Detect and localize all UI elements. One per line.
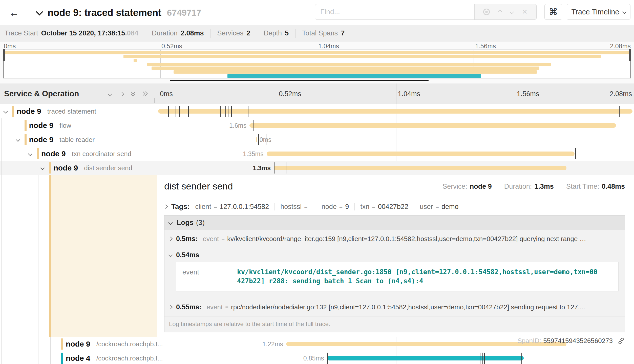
tree-row[interactable]: node 9txn coordinator send <box>0 147 157 161</box>
indent-guide <box>50 337 51 351</box>
timeline-row[interactable]: 1.3ms <box>157 161 634 175</box>
span-color-bar <box>25 120 27 131</box>
span-name-wrap: node 9txn coordinator send <box>41 147 131 161</box>
column-resize-handle[interactable] <box>153 98 155 103</box>
tags-row[interactable]: Tags: client=127.0.0.1:54582hostssl=node… <box>164 203 625 211</box>
log-timestamp: 0.5ms: <box>176 235 198 243</box>
tree-row[interactable]: node 9traced statement <box>0 104 157 118</box>
minimap-canvas[interactable] <box>3 50 631 78</box>
minimap-tick-label: 1.56ms <box>475 42 496 50</box>
back-button[interactable]: ← <box>0 0 28 25</box>
column-divider[interactable] <box>157 83 157 364</box>
trace-title-wrap: node 9: traced statement 6749717 <box>37 0 201 25</box>
timeline-tick-label: 1.56ms <box>517 83 539 104</box>
trace-summary-bar: Trace StartOctober 15 2020, 17:38:15.084… <box>0 25 634 41</box>
indent-guide <box>1 133 2 147</box>
span-bar[interactable] <box>267 152 575 156</box>
service-name: node 9 <box>66 340 90 348</box>
logs-header[interactable]: Logs (3) <box>164 216 625 230</box>
back-arrow-icon: ← <box>9 7 19 18</box>
keyboard-shortcuts-button[interactable]: ⌘ <box>544 4 562 20</box>
tag-value: 00427b22 <box>378 203 408 211</box>
span-duration-label: 0ms <box>260 133 271 147</box>
logs-section: Logs (3) 0.5ms:event=kv/kvclient/kvcoord… <box>164 215 625 332</box>
span-bar[interactable] <box>274 166 566 170</box>
log-event-tick <box>468 353 468 364</box>
prev-match-chevron-up-icon[interactable] <box>498 10 502 14</box>
timeline-row[interactable]: 0.85ms <box>157 351 634 364</box>
log-event-tick <box>258 134 259 145</box>
log-entry-row-expanded[interactable]: 0.54ms <box>164 248 625 262</box>
locate-icon[interactable] <box>483 9 490 15</box>
tree-row[interactable]: node 9flow <box>0 118 157 133</box>
log-event-tick <box>224 106 224 117</box>
chevron-down-icon[interactable] <box>40 166 45 170</box>
chevron-down-icon[interactable] <box>28 152 32 156</box>
collapse-chevron-down-icon[interactable] <box>36 8 43 15</box>
clear-search-icon[interactable]: ✕ <box>522 8 528 16</box>
log-event-tick <box>220 106 221 117</box>
tree-row[interactable]: node 4/cockroach.roachpb.I... <box>0 351 157 364</box>
span-bar[interactable] <box>158 109 632 114</box>
log-event-tick <box>188 106 189 117</box>
indent-guide <box>38 351 38 364</box>
collapse-one-icon[interactable] <box>108 92 112 96</box>
minimap-left-scrubber[interactable] <box>3 49 5 61</box>
log-event-tick <box>179 106 180 117</box>
tag-value: 9 <box>345 203 349 211</box>
service-operation-label: Service & Operation <box>4 83 79 104</box>
operation-name: /cockroach.roachpb.I... <box>96 354 163 362</box>
chevron-down-icon[interactable] <box>16 138 20 142</box>
minimap-tick-label: 0.52ms <box>161 42 182 50</box>
summary-label: Depth <box>264 29 282 37</box>
minimap-span-bar <box>227 74 481 78</box>
deep-link-icon[interactable] <box>617 337 625 345</box>
tags-items: client=127.0.0.1:54582hostssl=node=9txn=… <box>195 203 459 211</box>
minimap-span-bar <box>134 59 137 62</box>
tag-divider <box>316 203 316 210</box>
chevron-right-icon <box>168 305 173 309</box>
view-selector-button[interactable]: Trace Timeline <box>567 4 630 20</box>
expand-one-icon[interactable] <box>120 92 124 96</box>
chevron-down-icon[interactable] <box>4 109 8 114</box>
span-bar[interactable] <box>249 123 616 128</box>
span-bar[interactable] <box>256 137 257 142</box>
indent-guide <box>1 147 2 161</box>
timeline-tick-label: 0ms <box>160 83 173 104</box>
span-duration-label: 1.35ms <box>243 147 264 161</box>
log-entry-row[interactable]: 0.5ms:event=kv/kvclient/kvcoord/range_it… <box>164 230 625 248</box>
indent-guide <box>1 337 2 351</box>
timeline-row[interactable]: 1.35ms <box>157 147 634 161</box>
operation-name: /cockroach.roachpb.I... <box>96 340 163 348</box>
timeline-row[interactable]: 1.6ms <box>157 118 634 133</box>
find-input[interactable] <box>315 4 474 19</box>
minimap-span-bar <box>4 51 630 54</box>
timeline-row[interactable]: 0ms <box>157 133 634 147</box>
header-gridline <box>396 83 396 104</box>
tag-divider <box>414 203 414 210</box>
span-name-wrap: node 9dist sender send <box>54 161 132 175</box>
minimap-right-scrubber[interactable] <box>629 49 631 61</box>
log-event-tick <box>225 106 226 117</box>
timeline-tick-label: 0.52ms <box>279 83 301 104</box>
timeline-row[interactable] <box>157 104 634 118</box>
find-controls: ✕ <box>474 4 536 19</box>
chevron-right-icon <box>164 205 168 209</box>
tree-row[interactable]: node 9table reader <box>0 133 157 147</box>
trace-id: 6749717 <box>167 8 201 18</box>
span-bar[interactable] <box>327 356 524 360</box>
tree-row[interactable]: node 9dist sender send <box>0 161 157 175</box>
next-match-chevron-down-icon[interactable] <box>510 10 514 14</box>
minimap-scrollbar[interactable] <box>170 80 429 81</box>
summary-divider <box>295 29 295 38</box>
tree-row[interactable]: node 9/cockroach.roachpb.I... <box>0 337 157 351</box>
log-event-tick <box>178 106 178 117</box>
logs-list: 0.5ms:event=kv/kvclient/kvcoord/range_it… <box>164 230 625 316</box>
indent-guide <box>26 175 26 337</box>
summary-divider <box>145 29 145 38</box>
operation-name: table reader <box>59 136 95 144</box>
log-entry-row[interactable]: 0.55ms:event=rpc/nodedialer/nodedialer.g… <box>164 298 625 316</box>
span-color-bar <box>37 148 39 159</box>
timeline-column-header: Service & Operation 0ms0.52ms1.04ms1.56m… <box>0 83 634 104</box>
logs-title: Logs <box>177 219 194 227</box>
